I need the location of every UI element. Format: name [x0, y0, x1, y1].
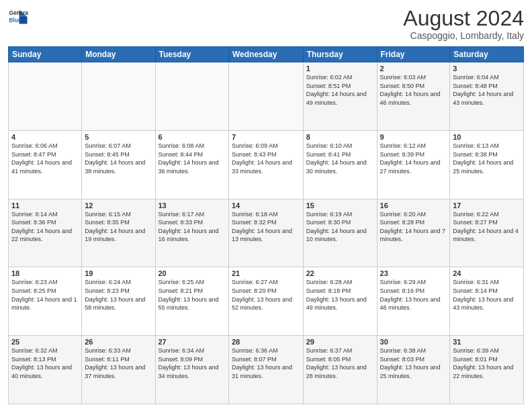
calendar-cell: 3Sunrise: 6:04 AM Sunset: 8:48 PM Daylig… [450, 62, 524, 131]
day-info: Sunrise: 6:17 AM Sunset: 8:33 PM Dayligh… [159, 210, 226, 244]
calendar-cell: 31Sunrise: 6:39 AM Sunset: 8:01 PM Dayli… [450, 336, 524, 404]
day-number: 23 [380, 269, 447, 277]
day-info: Sunrise: 6:14 AM Sunset: 8:36 PM Dayligh… [11, 210, 79, 244]
calendar-cell: 28Sunrise: 6:36 AM Sunset: 8:07 PM Dayli… [228, 336, 303, 404]
col-monday: Monday [82, 47, 155, 62]
day-info: Sunrise: 6:22 AM Sunset: 8:27 PM Dayligh… [453, 210, 521, 244]
day-info: Sunrise: 6:33 AM Sunset: 8:11 PM Dayligh… [85, 347, 152, 380]
day-info: Sunrise: 6:03 AM Sunset: 8:50 PM Dayligh… [380, 73, 447, 107]
title-location: Caspoggio, Lombardy, Italy [403, 30, 524, 41]
day-number: 19 [85, 269, 152, 277]
day-info: Sunrise: 6:09 AM Sunset: 8:43 PM Dayligh… [232, 142, 300, 175]
calendar-cell: 26Sunrise: 6:33 AM Sunset: 8:11 PM Dayli… [82, 336, 155, 404]
calendar-cell: 11Sunrise: 6:14 AM Sunset: 8:36 PM Dayli… [9, 199, 82, 267]
day-number: 24 [453, 269, 521, 277]
day-info: Sunrise: 6:19 AM Sunset: 8:30 PM Dayligh… [306, 210, 374, 244]
day-number: 16 [380, 201, 447, 210]
calendar-cell: 22Sunrise: 6:28 AM Sunset: 8:18 PM Dayli… [303, 267, 377, 336]
calendar-cell: 20Sunrise: 6:25 AM Sunset: 8:21 PM Dayli… [155, 267, 228, 336]
day-number: 28 [232, 338, 300, 346]
day-info: Sunrise: 6:37 AM Sunset: 8:05 PM Dayligh… [306, 347, 374, 380]
calendar-cell: 7Sunrise: 6:09 AM Sunset: 8:43 PM Daylig… [228, 130, 303, 199]
day-info: Sunrise: 6:24 AM Sunset: 8:23 PM Dayligh… [85, 278, 152, 312]
day-number: 15 [306, 201, 374, 210]
calendar-cell: 25Sunrise: 6:32 AM Sunset: 8:13 PM Dayli… [9, 336, 82, 404]
calendar-week-4: 25Sunrise: 6:32 AM Sunset: 8:13 PM Dayli… [9, 336, 524, 404]
day-number: 31 [453, 338, 521, 346]
day-number: 18 [11, 269, 79, 277]
svg-text:General: General [9, 10, 29, 16]
day-number: 1 [306, 64, 374, 73]
day-info: Sunrise: 6:28 AM Sunset: 8:18 PM Dayligh… [306, 278, 374, 312]
day-info: Sunrise: 6:02 AM Sunset: 8:51 PM Dayligh… [306, 73, 374, 107]
calendar-table: Sunday Monday Tuesday Wednesday Thursday… [8, 46, 524, 404]
day-number: 21 [232, 269, 300, 277]
calendar-cell: 5Sunrise: 6:07 AM Sunset: 8:45 PM Daylig… [82, 130, 155, 199]
day-number: 4 [11, 133, 79, 141]
calendar-week-2: 11Sunrise: 6:14 AM Sunset: 8:36 PM Dayli… [9, 199, 524, 267]
calendar-cell: 27Sunrise: 6:34 AM Sunset: 8:09 PM Dayli… [155, 336, 228, 404]
day-info: Sunrise: 6:13 AM Sunset: 8:38 PM Dayligh… [453, 142, 521, 175]
calendar-cell: 12Sunrise: 6:15 AM Sunset: 8:35 PM Dayli… [82, 199, 155, 267]
header: General Blue August 2024 Caspoggio, Lomb… [8, 7, 524, 41]
svg-text:Blue: Blue [9, 17, 21, 24]
col-thursday: Thursday [303, 47, 377, 62]
calendar-cell: 16Sunrise: 6:20 AM Sunset: 8:28 PM Dayli… [377, 199, 450, 267]
day-info: Sunrise: 6:08 AM Sunset: 8:44 PM Dayligh… [159, 142, 226, 175]
day-number: 11 [11, 201, 79, 210]
day-number: 22 [306, 269, 374, 277]
day-info: Sunrise: 6:23 AM Sunset: 8:25 PM Dayligh… [11, 278, 79, 312]
day-info: Sunrise: 6:34 AM Sunset: 8:09 PM Dayligh… [159, 347, 226, 380]
day-info: Sunrise: 6:38 AM Sunset: 8:03 PM Dayligh… [380, 347, 447, 380]
day-number: 10 [453, 133, 521, 141]
day-number: 9 [380, 133, 447, 141]
day-info: Sunrise: 6:25 AM Sunset: 8:21 PM Dayligh… [159, 278, 226, 312]
day-number: 30 [380, 338, 447, 346]
col-saturday: Saturday [450, 47, 524, 62]
day-info: Sunrise: 6:20 AM Sunset: 8:28 PM Dayligh… [380, 210, 447, 244]
calendar-cell: 1Sunrise: 6:02 AM Sunset: 8:51 PM Daylig… [303, 62, 377, 131]
calendar-cell: 6Sunrise: 6:08 AM Sunset: 8:44 PM Daylig… [155, 130, 228, 199]
day-number: 3 [453, 64, 521, 73]
day-number: 26 [85, 338, 152, 346]
day-number: 27 [159, 338, 226, 346]
calendar-week-3: 18Sunrise: 6:23 AM Sunset: 8:25 PM Dayli… [9, 267, 524, 336]
day-number: 8 [306, 133, 374, 141]
day-info: Sunrise: 6:06 AM Sunset: 8:47 PM Dayligh… [11, 142, 79, 175]
day-number: 20 [159, 269, 226, 277]
calendar-cell: 15Sunrise: 6:19 AM Sunset: 8:30 PM Dayli… [303, 199, 377, 267]
calendar-cell: 10Sunrise: 6:13 AM Sunset: 8:38 PM Dayli… [450, 130, 524, 199]
calendar-cell: 17Sunrise: 6:22 AM Sunset: 8:27 PM Dayli… [450, 199, 524, 267]
day-number: 29 [306, 338, 374, 346]
page: General Blue August 2024 Caspoggio, Lomb… [0, 0, 532, 411]
day-info: Sunrise: 6:39 AM Sunset: 8:01 PM Dayligh… [453, 347, 521, 380]
calendar-cell: 2Sunrise: 6:03 AM Sunset: 8:50 PM Daylig… [377, 62, 450, 131]
calendar-cell: 18Sunrise: 6:23 AM Sunset: 8:25 PM Dayli… [9, 267, 82, 336]
calendar-week-1: 4Sunrise: 6:06 AM Sunset: 8:47 PM Daylig… [9, 130, 524, 199]
logo: General Blue [8, 7, 28, 27]
calendar-cell: 8Sunrise: 6:10 AM Sunset: 8:41 PM Daylig… [303, 130, 377, 199]
day-number: 17 [453, 201, 521, 210]
title-month: August 2024 [403, 7, 524, 30]
col-friday: Friday [377, 47, 450, 62]
calendar-cell [82, 62, 155, 131]
calendar-cell: 29Sunrise: 6:37 AM Sunset: 8:05 PM Dayli… [303, 336, 377, 404]
title-block: August 2024 Caspoggio, Lombardy, Italy [403, 7, 524, 41]
day-number: 25 [11, 338, 79, 346]
calendar-cell: 14Sunrise: 6:18 AM Sunset: 8:32 PM Dayli… [228, 199, 303, 267]
calendar-cell: 23Sunrise: 6:29 AM Sunset: 8:16 PM Dayli… [377, 267, 450, 336]
logo-icon: General Blue [8, 7, 28, 27]
calendar-cell: 4Sunrise: 6:06 AM Sunset: 8:47 PM Daylig… [9, 130, 82, 199]
day-number: 5 [85, 133, 152, 141]
day-info: Sunrise: 6:18 AM Sunset: 8:32 PM Dayligh… [232, 210, 300, 244]
calendar-week-0: 1Sunrise: 6:02 AM Sunset: 8:51 PM Daylig… [9, 62, 524, 131]
day-info: Sunrise: 6:07 AM Sunset: 8:45 PM Dayligh… [85, 142, 152, 175]
calendar-cell: 13Sunrise: 6:17 AM Sunset: 8:33 PM Dayli… [155, 199, 228, 267]
calendar-cell: 19Sunrise: 6:24 AM Sunset: 8:23 PM Dayli… [82, 267, 155, 336]
calendar-cell: 24Sunrise: 6:31 AM Sunset: 8:14 PM Dayli… [450, 267, 524, 336]
day-info: Sunrise: 6:31 AM Sunset: 8:14 PM Dayligh… [453, 278, 521, 312]
day-info: Sunrise: 6:15 AM Sunset: 8:35 PM Dayligh… [85, 210, 152, 244]
day-info: Sunrise: 6:12 AM Sunset: 8:39 PM Dayligh… [380, 142, 447, 175]
day-info: Sunrise: 6:36 AM Sunset: 8:07 PM Dayligh… [232, 347, 300, 380]
day-number: 14 [232, 201, 300, 210]
